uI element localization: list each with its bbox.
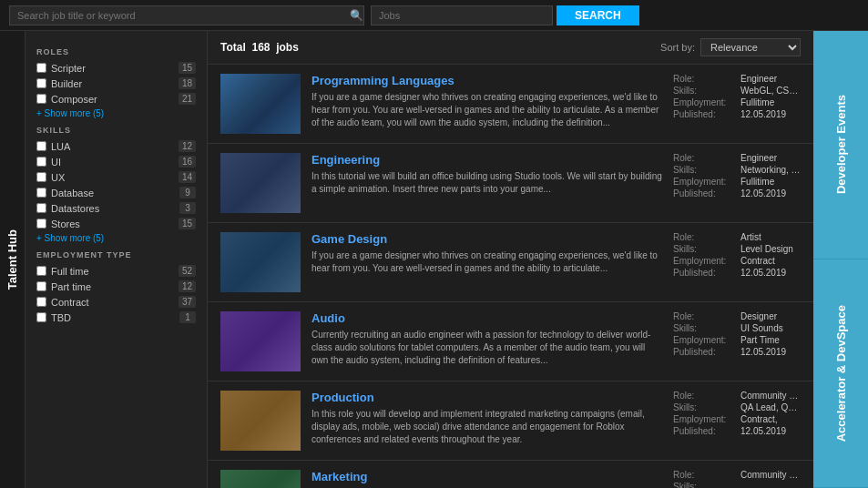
emp-tbd-count: 1: [179, 311, 196, 323]
emp-val-0: Fullitime: [740, 97, 774, 107]
emp-fulltime-count: 52: [179, 265, 196, 277]
pub-key-0: Published:: [673, 109, 737, 119]
jobs-total-text: Total 168 jobs: [220, 41, 299, 54]
filter-emp-contract[interactable]: Contract 37: [36, 296, 196, 308]
job-card-3[interactable]: Audio Currently recruiting an audio engi…: [208, 302, 813, 381]
skills-val-0: WebGL, CSS, HT...: [740, 86, 801, 96]
skill-database-count: 9: [179, 187, 196, 198]
role-scripter-checkbox[interactable]: [36, 63, 46, 73]
roles-show-more[interactable]: + Show more (5): [36, 108, 196, 118]
skill-lua-checkbox[interactable]: [36, 141, 46, 151]
skill-database-label: Database: [51, 188, 94, 198]
search-location-input[interactable]: [371, 5, 553, 25]
emp-contract-label: Contract: [51, 297, 89, 308]
job-title-0: Programming Languages: [311, 74, 662, 87]
emp-contract-count: 37: [179, 296, 196, 308]
filter-skill-database[interactable]: Database 9: [36, 187, 196, 198]
skill-database-checkbox[interactable]: [36, 188, 46, 198]
job-meta-2: Role:Artist Skills:Level Design Employme…: [673, 232, 801, 292]
job-title-5: Marketing: [311, 470, 662, 483]
emp-parttime-checkbox[interactable]: [36, 281, 46, 291]
skill-ui-checkbox[interactable]: [36, 157, 46, 167]
job-card-1[interactable]: Engineering In this tutorial we will bui…: [208, 144, 813, 223]
pub-val-0: 12.05.2019: [740, 109, 786, 119]
jobs-total-count: 168: [251, 41, 270, 54]
filter-skill-datastores[interactable]: Datastores 3: [36, 202, 196, 214]
role-builder-label: Builder: [51, 78, 82, 89]
sort-select[interactable]: Relevance Date Title: [700, 38, 801, 56]
job-thumb-5: [220, 470, 301, 488]
search-bar: 🔍 SEARCH: [0, 0, 868, 31]
role-scripter-count: 15: [179, 62, 196, 74]
job-desc-1: In this tutorial we will build an office…: [311, 170, 662, 196]
job-desc-4: In this role you will develop and implem…: [311, 408, 662, 446]
accelerator-devspace-tab[interactable]: Accelerator & DevSpace: [813, 259, 868, 488]
filter-role-composer[interactable]: Composer 21: [36, 93, 196, 105]
job-thumb-2: [220, 232, 301, 292]
emp-parttime-count: 12: [179, 280, 196, 292]
filter-emp-tbd[interactable]: TBD 1: [36, 311, 196, 323]
job-card-2[interactable]: Game Design If you are a game designer w…: [208, 223, 813, 302]
role-builder-checkbox[interactable]: [36, 78, 46, 88]
search-button[interactable]: SEARCH: [557, 5, 639, 25]
filter-skill-stores[interactable]: Stores 15: [36, 218, 196, 229]
job-meta-4: Role:Community Ma... Skills:QA Lead, QA …: [673, 391, 801, 451]
job-title-1: Engineering: [311, 153, 662, 167]
role-scripter-label: Scripter: [51, 63, 86, 74]
jobs-header: Total 168 jobs Sort by: Relevance Date T…: [208, 31, 813, 65]
search-icon: 🔍: [350, 9, 363, 22]
job-thumb-4: [220, 391, 301, 451]
filter-skill-ux[interactable]: UX 14: [36, 171, 196, 183]
job-meta-5: Role:Community Ma... Skills: Employment:…: [673, 470, 801, 488]
filter-emp-fulltime[interactable]: Full time 52: [36, 265, 196, 277]
sort-by-area: Sort by: Relevance Date Title: [660, 38, 801, 56]
job-card-0[interactable]: Programming Languages If you are a game …: [208, 65, 813, 144]
skill-datastores-checkbox[interactable]: [36, 203, 46, 213]
talent-hub-tab[interactable]: Talent Hub: [0, 31, 26, 488]
job-thumb-0: [220, 74, 301, 134]
filter-emp-parttime[interactable]: Part time 12: [36, 280, 196, 292]
jobs-content: Total 168 jobs Sort by: Relevance Date T…: [208, 31, 813, 488]
role-composer-label: Composer: [51, 94, 97, 105]
emp-parttime-label: Part time: [51, 281, 91, 292]
emp-contract-checkbox[interactable]: [36, 297, 46, 307]
emp-tbd-checkbox[interactable]: [36, 312, 46, 322]
skills-key-0: Skills:: [673, 86, 737, 96]
skill-ux-checkbox[interactable]: [36, 172, 46, 182]
job-main-4: Production In this role you will develop…: [311, 391, 662, 451]
filter-role-builder[interactable]: Builder 18: [36, 77, 196, 89]
skill-ux-count: 14: [179, 171, 196, 183]
job-card-4[interactable]: Production In this role you will develop…: [208, 381, 813, 461]
filter-skill-ui[interactable]: UI 16: [36, 156, 196, 168]
emp-fulltime-checkbox[interactable]: [36, 266, 46, 276]
job-card-5[interactable]: Marketing Role:Community Ma... Skills: E…: [208, 461, 813, 488]
emp-fulltime-label: Full time: [51, 266, 89, 277]
developer-events-tab[interactable]: Developer Events: [813, 31, 868, 259]
job-meta-1: Role:Engineer Skills:Networking, Sec... …: [673, 153, 801, 213]
developer-events-label: Developer Events: [834, 95, 848, 194]
right-tabs: Developer Events Accelerator & DevSpace: [813, 31, 868, 488]
job-main-2: Game Design If you are a game designer w…: [311, 232, 662, 292]
roles-section-title: ROLES: [36, 47, 196, 56]
filter-role-scripter[interactable]: Scripter 15: [36, 62, 196, 74]
emp-key-0: Employment:: [673, 97, 737, 107]
job-desc-0: If you are a game designer who thrives o…: [311, 91, 662, 129]
skills-show-more[interactable]: + Show more (5): [36, 233, 196, 243]
job-thumb-1: [220, 153, 301, 213]
skill-ux-label: UX: [51, 172, 65, 183]
search-job-input[interactable]: [9, 5, 364, 25]
role-composer-count: 21: [179, 93, 196, 105]
talent-hub-label: Talent Hub: [5, 229, 19, 290]
skill-ui-label: UI: [51, 157, 61, 168]
job-main-0: Programming Languages If you are a game …: [311, 74, 662, 134]
skill-stores-checkbox[interactable]: [36, 219, 46, 229]
job-title-3: Audio: [311, 311, 662, 325]
job-main-5: Marketing: [311, 470, 662, 488]
job-desc-2: If you are a game designer who thrives o…: [311, 249, 662, 275]
job-meta-3: Role:Designer Skills:UI Sounds Employmen…: [673, 311, 801, 371]
filter-skill-lua[interactable]: LUA 12: [36, 140, 196, 152]
skill-datastores-count: 3: [179, 202, 196, 214]
role-composer-checkbox[interactable]: [36, 94, 46, 104]
skills-section-title: SKILLS: [36, 126, 196, 135]
job-title-4: Production: [311, 391, 662, 404]
